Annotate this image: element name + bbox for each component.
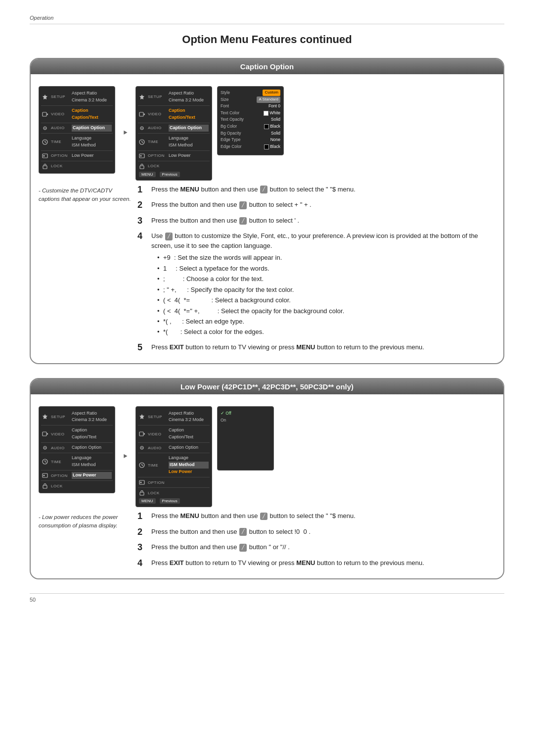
lp-low-power-item2: Low Power (169, 469, 209, 475)
lp-option-row2: OPTION (136, 478, 212, 486)
audio-icon2 (138, 125, 146, 132)
step-4-text: Use ╱ button to customize the Style, Fon… (151, 231, 495, 337)
lp-setup-icon (41, 413, 49, 420)
svg-point-20 (140, 155, 142, 156)
lp-cinema-item2: Cinema 3:2 Mode (169, 417, 209, 424)
lp-lock-icon (41, 482, 49, 489)
lp-audio-icon2 (138, 444, 146, 451)
setup-icon (41, 94, 49, 100)
bullet-4: ; " +, : Specify the opacity for the tex… (157, 284, 495, 295)
menu-btn: MENU (139, 172, 156, 177)
lp-off-row: ✓ Off (220, 410, 271, 417)
time-items: Language ISM Method (72, 135, 112, 149)
lp-step-4: 4 Press EXIT button to return to TV view… (137, 558, 495, 569)
svg-point-9 (44, 155, 45, 156)
lp-time-items2: Language ISM Method Low Power (169, 455, 209, 475)
svg-point-31 (44, 475, 45, 476)
svg-marker-0 (43, 94, 47, 99)
low-power-title: Low Power (42PC1D**, 42PC3D**, 50PC3D** … (31, 379, 503, 394)
bullet-3: ; : Choose a color for the text. (157, 274, 495, 284)
tv-menu-option-row: OPTION Low Power (39, 152, 115, 160)
edge-color-value: Black (264, 143, 280, 150)
lp-time-icon (41, 458, 49, 465)
lp-option-items: Low Power (72, 472, 112, 479)
audio-items: Caption Option (72, 125, 112, 132)
tv-menu-audio-row2: AUDIO Caption Option (136, 124, 212, 132)
bottom-bar: MENU Previous (136, 170, 212, 177)
step-1: 1 Press the MENU button and then use ╱ b… (137, 185, 495, 195)
lp-video-icon2 (138, 430, 146, 437)
lp-left-tv-panel: SETUP Aspect Ratio Cinema 3:2 Mode VIDEO… (39, 406, 115, 494)
svg-marker-33 (139, 414, 144, 419)
lp-step-4-text: Press EXIT button to return to TV viewin… (151, 558, 495, 568)
lp-lock-row2: LOCK (136, 489, 212, 497)
lp-ism-item2: ISM Method (169, 462, 209, 469)
lp-audio-row: AUDIO Caption Option (39, 444, 115, 452)
lp-note: - Low power reduces the power consumptio… (39, 509, 133, 530)
svg-marker-22 (43, 414, 47, 419)
text-opacity-value: Solid (271, 116, 280, 123)
caption-left-tv-panel: SETUP Aspect Ratio Cinema 3:2 Mode VIDEO… (39, 86, 115, 174)
ism-method-item: ISM Method (72, 142, 112, 149)
bullet-8: *( : Select a color for the edges. (157, 327, 495, 337)
bullet-6: ( < 4( *=" +, : Select the opacity for t… (157, 306, 495, 316)
setup-items2: Aspect Ratio Cinema 3:2 Mode (169, 90, 209, 104)
lp-step-3-text: Press the button and then use ╱ button "… (151, 542, 495, 552)
lp-bottom-bar: MENU Previous (136, 497, 212, 504)
text-color-label: Text Color (221, 110, 239, 117)
audio-label2: AUDIO (148, 126, 167, 130)
step-5: 5 Press EXIT button to return to TV view… (137, 342, 495, 353)
lp-setup-items: Aspect Ratio Cinema 3:2 Mode (72, 410, 112, 424)
svg-rect-21 (140, 166, 144, 169)
edge-color-row: Edge Color Black (220, 143, 281, 150)
white-swatch (264, 111, 268, 116)
language-item: Language (72, 135, 112, 142)
lp-time-row: TIME Language ISM Method (39, 454, 115, 469)
video-icon (41, 111, 49, 118)
lp-audio-row2: AUDIO Caption Option (136, 444, 212, 452)
lp-on-row: On (220, 417, 271, 424)
svg-point-26 (44, 447, 45, 448)
audio-items2: Caption Option (169, 125, 209, 132)
lp-option-icon (41, 472, 49, 479)
lp-step-2: 2 Press the button and then use ╱ button… (137, 527, 495, 538)
caption-bottom-area: - Customize the DTV/CADTV captions that … (31, 183, 503, 358)
step-3-num: 3 (137, 216, 148, 227)
tv-menu-lock-row2: LOCK (136, 162, 212, 170)
tv-menu-lock-row: LOCK (39, 162, 115, 170)
caption-option-title: Caption Option (31, 59, 503, 74)
lp-video-items2: Caption Caption/Text (169, 427, 209, 441)
bullet-5: ( < 4( *= : Select a background color. (157, 295, 495, 305)
lock-label: LOCK (51, 164, 70, 168)
style-label: Style (221, 90, 230, 96)
setup-label: SETUP (51, 94, 70, 99)
lp-setup-items2: Aspect Ratio Cinema 3:2 Mode (169, 410, 209, 424)
step-5-text: Press EXIT button to return to TV viewin… (151, 342, 495, 352)
lp-time-items: Language ISM Method (72, 455, 112, 469)
lp-audio-label2: AUDIO (148, 446, 167, 450)
lp-setup-label2: SETUP (148, 415, 167, 419)
text-opacity-label: Text Opacity (221, 116, 244, 123)
video-items: Caption Caption/Text (72, 107, 112, 121)
tv-menu-video-row2: VIDEO Caption Caption/Text (136, 107, 212, 122)
lp-step-1: 1 Press the MENU button and then use ╱ b… (137, 511, 495, 522)
lp-off-check: ✓ Off (221, 410, 231, 417)
option-items: Low Power (72, 152, 112, 159)
bg-opacity-label: Bg Opacity (221, 130, 241, 137)
svg-line-18 (142, 142, 143, 143)
step-4-num: 4 (137, 231, 148, 242)
bullet-1: +9 : Set the size the words will appear … (157, 252, 495, 263)
caption-submenu: Style Custom Size A Standard Font Font 0… (217, 86, 284, 155)
bg-opacity-value: Solid (271, 130, 280, 137)
edge-type-label: Edge Type (221, 137, 241, 143)
lp-aspect-item2: Aspect Ratio (169, 410, 209, 417)
arrow-right: ‣ (122, 127, 129, 140)
video-items2: Caption Caption/Text (169, 107, 209, 121)
breadcrumb: Operation (30, 15, 504, 24)
size-label: Size (221, 96, 229, 103)
svg-rect-32 (43, 485, 47, 488)
lp-step-3-num: 3 (137, 542, 148, 553)
svg-line-7 (45, 142, 46, 143)
lp-on-label: On (221, 417, 226, 424)
lp-option-label2: OPTION (148, 480, 167, 485)
